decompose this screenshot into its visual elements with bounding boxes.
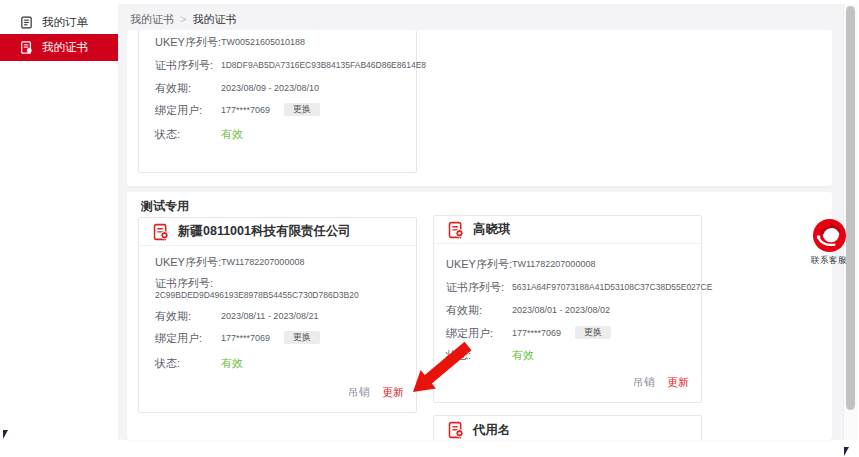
certificate-icon bbox=[20, 41, 33, 54]
change-user-button[interactable]: 更换 bbox=[284, 103, 320, 116]
field-label: 状态: bbox=[155, 128, 221, 140]
certificate-panel-top: UKEY序列号: TW00521605010188 证书序列号: 1D8DF9A… bbox=[127, 30, 832, 186]
field-row: UKEY序列号: TW11782207000008 bbox=[446, 258, 693, 270]
card-actions: 吊销更新 bbox=[348, 385, 404, 400]
field-row: 绑定用户: 177****7069 更换 bbox=[155, 103, 408, 116]
field-label: UKEY序列号: bbox=[155, 36, 221, 48]
renew-link[interactable]: 更新 bbox=[667, 376, 689, 388]
revoke-link[interactable]: 吊销 bbox=[348, 386, 370, 398]
field-row: UKEY序列号: TW11782207000008 bbox=[155, 256, 408, 268]
field-label: 证书序列号: bbox=[446, 281, 512, 293]
certificate-management-page: 我的订单 我的证书 我的证书>我的证书 UKEY序列号: TW005216050… bbox=[0, 0, 859, 457]
card-actions: 吊销更新 bbox=[633, 375, 689, 390]
field-row: 状态: 有效 bbox=[155, 128, 408, 140]
field-row: UKEY序列号: TW00521605010188 bbox=[155, 36, 408, 48]
cursor-artifact bbox=[3, 430, 8, 439]
certificate-card-partial: UKEY序列号: TW00521605010188 证书序列号: 1D8DF9A… bbox=[138, 30, 417, 173]
bound-user-value: 177****7069 bbox=[221, 104, 270, 116]
field-row: 绑定用户: 177****7069 更换 bbox=[155, 331, 408, 344]
field-label: 绑定用户: bbox=[155, 332, 221, 344]
field-row: 2C99BDED9D496193E8978B54455C730D786D3B20 bbox=[155, 289, 408, 301]
scrollbar-thumb[interactable] bbox=[846, 6, 855, 410]
field-row: 证书序列号: 1D8DF9AB5DA7316EC93B84135FAB46D86… bbox=[155, 59, 408, 71]
cert-serial-value: 5631A64F97073188A41D53108C37C38D55E027CE bbox=[512, 281, 712, 293]
cert-serial-value: 2C99BDED9D496193E8978B54455C730D786D3B20 bbox=[155, 289, 359, 301]
certificate-icon bbox=[152, 223, 170, 241]
breadcrumb-current: 我的证书 bbox=[192, 13, 236, 25]
sidebar-item-label: 我的证书 bbox=[42, 40, 88, 55]
orders-icon bbox=[20, 16, 33, 29]
field-label: UKEY序列号: bbox=[446, 258, 512, 270]
field-label: 有效期: bbox=[155, 310, 221, 322]
contact-support-widget[interactable]: 联系客服 bbox=[806, 218, 852, 267]
field-label: 绑定用户: bbox=[446, 327, 512, 339]
content-area: 我的证书>我的证书 UKEY序列号: TW00521605010188 证书序列… bbox=[118, 4, 843, 440]
contact-support-label: 联系客服 bbox=[806, 255, 852, 267]
sidebar: 我的订单 我的证书 bbox=[0, 0, 118, 440]
certificate-card-person: 高晓琪 UKEY序列号: TW11782207000008 证书序列号: 563… bbox=[433, 215, 702, 403]
field-label: UKEY序列号: bbox=[155, 256, 221, 268]
card-header: 高晓琪 bbox=[434, 216, 701, 244]
ukey-serial-value: TW11782207000008 bbox=[221, 256, 304, 268]
sidebar-item-my-certificates[interactable]: 我的证书 bbox=[0, 34, 118, 61]
certificate-card-alias: 代用名 bbox=[433, 415, 702, 440]
field-label: 状态: bbox=[155, 357, 221, 369]
field-label: 有效期: bbox=[446, 304, 512, 316]
bound-user-value: 177****7069 bbox=[221, 332, 270, 344]
field-label: 状态: bbox=[446, 349, 512, 361]
field-row: 有效期: 2023/08/09 - 2023/08/10 bbox=[155, 82, 408, 94]
sidebar-item-label: 我的订单 bbox=[42, 15, 88, 30]
validity-value: 2023/08/11 - 2023/08/21 bbox=[221, 310, 318, 322]
bound-user-value: 177****7069 bbox=[512, 327, 561, 339]
card-header: 代用名 bbox=[434, 416, 701, 440]
card-header: 新疆0811001科技有限责任公司 bbox=[139, 218, 416, 246]
status-value: 有效 bbox=[512, 349, 534, 361]
customer-service-icon bbox=[812, 218, 847, 253]
card-title: 新疆0811001科技有限责任公司 bbox=[178, 223, 351, 240]
field-label: 证书序列号: bbox=[155, 277, 213, 289]
change-user-button[interactable]: 更换 bbox=[575, 326, 611, 339]
card-title: 代用名 bbox=[473, 422, 511, 439]
field-row: 证书序列号: 5631A64F97073188A41D53108C37C38D5… bbox=[446, 281, 693, 293]
section-title: 测试专用 bbox=[141, 198, 189, 215]
status-value: 有效 bbox=[221, 128, 243, 140]
renew-link[interactable]: 更新 bbox=[382, 386, 404, 398]
field-row: 绑定用户: 177****7069 更换 bbox=[446, 326, 693, 339]
test-certificates-panel: 测试专用 新疆0811001科技有限责任公司 UKEY序列号: TW117822… bbox=[127, 192, 832, 440]
validity-value: 2023/08/09 - 2023/08/10 bbox=[221, 82, 319, 94]
card-title: 高晓琪 bbox=[473, 221, 511, 238]
field-label: 有效期: bbox=[155, 82, 221, 94]
ukey-serial-value: TW11782207000008 bbox=[512, 258, 595, 270]
cursor-artifact bbox=[844, 447, 849, 456]
certificate-icon bbox=[447, 221, 465, 239]
ukey-serial-value: TW00521605010188 bbox=[221, 36, 305, 48]
certificate-icon bbox=[447, 421, 465, 439]
cert-serial-value: 1D8DF9AB5DA7316EC93B84135FAB46D86E8614E8 bbox=[221, 59, 426, 71]
field-label: 证书序列号: bbox=[155, 59, 221, 71]
breadcrumb-separator: > bbox=[180, 13, 186, 25]
field-row: 证书序列号: bbox=[155, 277, 408, 289]
certificate-card-company: 新疆0811001科技有限责任公司 UKEY序列号: TW11782207000… bbox=[138, 217, 417, 413]
field-row: 有效期: 2023/08/01 - 2023/08/02 bbox=[446, 304, 693, 316]
sidebar-item-my-orders[interactable]: 我的订单 bbox=[0, 9, 118, 35]
status-value: 有效 bbox=[221, 357, 243, 369]
validity-value: 2023/08/01 - 2023/08/02 bbox=[512, 304, 610, 316]
field-row: 状态: 有效 bbox=[155, 357, 408, 369]
breadcrumb-section[interactable]: 我的证书 bbox=[130, 13, 174, 25]
field-row: 有效期: 2023/08/11 - 2023/08/21 bbox=[155, 310, 408, 322]
revoke-link[interactable]: 吊销 bbox=[633, 376, 655, 388]
field-label: 绑定用户: bbox=[155, 104, 221, 116]
change-user-button[interactable]: 更换 bbox=[284, 331, 320, 344]
field-row: 状态: 有效 bbox=[446, 349, 693, 361]
breadcrumb: 我的证书>我的证书 bbox=[130, 12, 236, 27]
